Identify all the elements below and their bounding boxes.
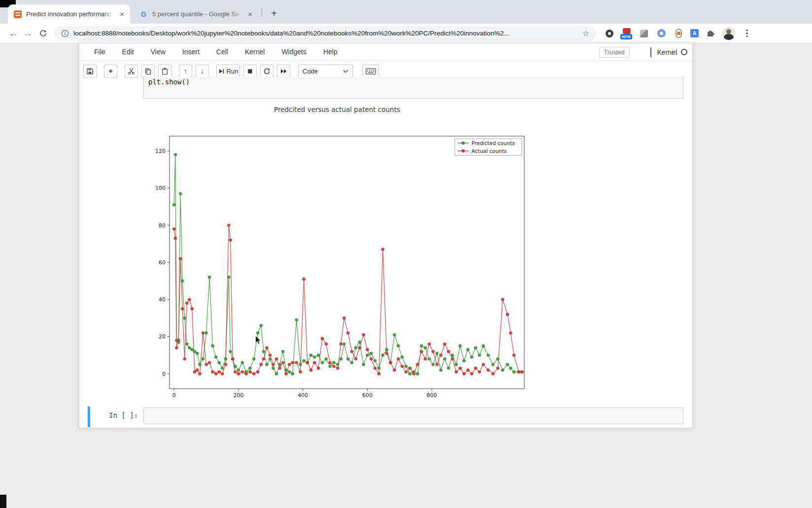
paste-icon	[161, 68, 169, 75]
save-icon	[86, 68, 94, 75]
menu-insert[interactable]: Insert	[182, 48, 200, 56]
svg-text:0: 0	[162, 371, 166, 377]
svg-text:G: G	[141, 10, 146, 18]
profile-avatar[interactable]	[722, 27, 735, 40]
cell-prompt: In [ ]:	[109, 411, 138, 419]
matplotlib-figure: 0200400600800020406080100120Predicted co…	[148, 117, 547, 401]
figure-title: Predcited versus actual patent counts	[138, 106, 536, 113]
extensions-puzzle-icon[interactable]	[705, 28, 716, 39]
trusted-badge[interactable]: Trusted	[599, 47, 630, 58]
google-favicon: G	[140, 10, 148, 18]
copy-cell-button[interactable]	[141, 65, 155, 78]
tab-title: Predict innovation performanc	[26, 10, 115, 18]
cell-type-select[interactable]: Code	[298, 65, 353, 78]
code-cell-input[interactable]: plt.show()	[143, 77, 683, 99]
fast-forward-icon	[280, 68, 287, 74]
screen-corner-artifact	[0, 495, 6, 508]
empty-cell-input[interactable]	[143, 407, 683, 424]
reload-icon	[39, 29, 47, 37]
chevron-down-icon	[343, 70, 348, 73]
interrupt-kernel-button[interactable]	[243, 65, 257, 78]
svg-text:Actual counts: Actual counts	[472, 148, 507, 154]
move-cell-down-button[interactable]: ↓	[196, 65, 209, 78]
notebook-container: File Edit View Insert Cell Kernel Widget…	[79, 43, 693, 428]
keyboard-icon	[366, 68, 376, 74]
browser-tab-google-search[interactable]: G 5 percent quantile - Google Se ×	[134, 4, 258, 24]
browser-toolbar: ← → localhost:8888/notebooks/Desktop/wor…	[0, 24, 812, 43]
screen: Predict innovation performanc × G 5 perc…	[0, 0, 812, 508]
svg-text:40: 40	[159, 296, 166, 303]
menu-widgets[interactable]: Widgets	[281, 48, 306, 56]
menu-help[interactable]: Help	[323, 48, 338, 56]
new-badge: NEW	[620, 34, 632, 39]
command-palette-button[interactable]	[362, 65, 379, 78]
notebook-page-background: File Edit View Insert Cell Kernel Widget…	[0, 43, 812, 508]
extension-swirl-icon[interactable]	[656, 28, 667, 39]
svg-text:600: 600	[362, 392, 372, 399]
restart-icon	[263, 68, 271, 75]
mouse-cursor	[255, 335, 264, 345]
tab-separator	[262, 8, 262, 17]
restart-run-all-button[interactable]	[277, 65, 290, 78]
menu-file[interactable]: File	[94, 48, 105, 56]
menu-view[interactable]: View	[151, 48, 166, 56]
tab-close-icon[interactable]: ×	[120, 10, 124, 18]
restart-kernel-button[interactable]	[260, 65, 273, 78]
new-tab-button[interactable]: +	[267, 6, 281, 20]
copy-icon	[144, 68, 152, 75]
svg-text:120: 120	[155, 148, 166, 154]
cell-type-value: Code	[303, 68, 318, 75]
site-info-icon[interactable]	[61, 30, 69, 37]
selected-empty-cell[interactable]: In [ ]:	[88, 406, 685, 427]
tab-close-icon[interactable]: ×	[248, 10, 252, 18]
svg-text:0: 0	[172, 392, 176, 399]
extension-pill-icon[interactable]	[673, 28, 684, 39]
svg-text:20: 20	[159, 333, 166, 340]
kernel-status-icon	[681, 49, 687, 55]
svg-text:60: 60	[159, 259, 166, 266]
browser-tab-jupyter[interactable]: Predict innovation performanc ×	[8, 4, 130, 24]
back-button[interactable]: ←	[6, 26, 21, 41]
url-text: localhost:8888/notebooks/Desktop/work%20…	[73, 30, 509, 37]
svg-text:100: 100	[155, 185, 166, 191]
bookmark-star-icon[interactable]: ☆	[582, 29, 589, 38]
reload-button[interactable]	[35, 26, 50, 41]
run-cell-button[interactable]: Run	[216, 65, 240, 78]
code-cell-source: plt.show()	[148, 78, 190, 86]
notebook-menubar: File Edit View Insert Cell Kernel Widget…	[79, 43, 692, 61]
svg-text:200: 200	[233, 392, 243, 399]
url-host: localhost:8888	[73, 30, 116, 37]
menubar-divider	[650, 47, 651, 57]
menu-edit[interactable]: Edit	[122, 48, 134, 56]
paste-cell-button[interactable]	[158, 65, 171, 78]
translate-icon[interactable]: A	[690, 29, 699, 37]
svg-text:800: 800	[427, 392, 437, 399]
browser-tab-strip: Predict innovation performanc × G 5 perc…	[0, 0, 812, 24]
cut-icon	[128, 68, 135, 75]
extension-ring-icon[interactable]	[604, 28, 615, 39]
run-icon	[218, 68, 225, 74]
svg-text:400: 400	[298, 392, 308, 399]
move-cell-up-button[interactable]: ↑	[179, 65, 192, 78]
cut-cell-button[interactable]	[125, 65, 138, 78]
stop-icon	[247, 68, 253, 74]
address-bar[interactable]: localhost:8888/notebooks/Desktop/work%20…	[54, 26, 596, 41]
kernel-name-label: Kernel	[657, 48, 677, 56]
save-button[interactable]	[83, 65, 97, 78]
menu-cell[interactable]: Cell	[216, 48, 228, 56]
extension-cube-icon[interactable]	[639, 28, 649, 39]
svg-text:Predicted counts: Predicted counts	[472, 140, 515, 146]
run-label: Run	[227, 68, 238, 75]
forward-button[interactable]: →	[21, 26, 35, 41]
extensions-row: NEW A	[604, 27, 752, 40]
browser-menu-icon[interactable]	[742, 28, 752, 39]
url-path: /notebooks/Desktop/work%20jupyter%20note…	[116, 30, 509, 37]
menu-kernel[interactable]: Kernel	[245, 48, 265, 56]
insert-cell-button[interactable]: +	[104, 65, 117, 78]
svg-text:80: 80	[159, 222, 166, 229]
jupyter-favicon	[14, 10, 22, 18]
tab-title: 5 percent quantile - Google Se	[152, 10, 243, 18]
extension-new-icon[interactable]: NEW	[621, 28, 632, 39]
